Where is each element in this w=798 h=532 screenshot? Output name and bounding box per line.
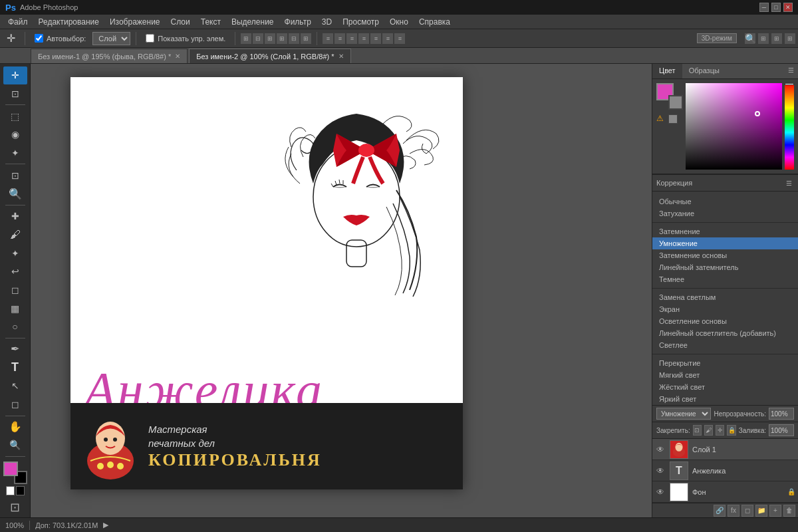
crop-tool[interactable]: ⊡ [3, 166, 27, 184]
blend-linear-burn[interactable]: Линейный затемнитель [652, 261, 798, 273]
panel-options-icon[interactable]: ⊞ [758, 33, 769, 44]
blend-normal[interactable]: Обычные [652, 196, 798, 207]
distribute-icon7[interactable]: ≡ [394, 33, 405, 44]
search-icon[interactable]: 🔍 [745, 33, 755, 44]
align-center-h-icon[interactable]: ⊟ [253, 33, 263, 44]
menu-filter[interactable]: Фильтр [279, 16, 317, 28]
menu-edit[interactable]: Редактирование [33, 16, 104, 28]
color-tab[interactable]: Цвет [652, 64, 682, 78]
delete-layer-button[interactable]: 🗑 [783, 505, 795, 517]
move-tool[interactable]: ✛ [3, 66, 27, 84]
menu-layers[interactable]: Слои [166, 16, 196, 28]
zoom-tool[interactable]: 🔍 [3, 436, 27, 454]
layer-item-2[interactable]: 👁 T Анжелика [652, 460, 798, 481]
tab-document-2[interactable]: Без имени-2 @ 100% (Слой 1, RGB/8#) * ✕ [189, 49, 350, 63]
fill-input[interactable] [769, 424, 794, 436]
eraser-tool[interactable]: ◻ [3, 281, 27, 299]
text-tool[interactable]: T [3, 358, 27, 376]
menu-window[interactable]: Окно [384, 16, 414, 28]
more-icon[interactable]: ⊞ [785, 33, 795, 44]
foreground-color-swatch[interactable] [3, 462, 18, 476]
show-elements-checkbox[interactable] [146, 34, 154, 43]
artboard-tool[interactable]: ⊡ [3, 85, 27, 103]
hand-tool[interactable]: ✋ [3, 418, 27, 436]
gradient-tool[interactable]: ▦ [3, 299, 27, 317]
tab2-close-button[interactable]: ✕ [338, 53, 344, 60]
blend-dissolve[interactable]: Затухание [652, 207, 798, 219]
add-layer-style-button[interactable]: fx [728, 505, 739, 517]
standard-mode-icon[interactable] [6, 486, 15, 495]
distribute-v-icon[interactable]: ≡ [334, 33, 345, 44]
layers-blend-select[interactable]: Умножение [656, 408, 711, 420]
blend-modes-list[interactable]: Обычные Затухание Затемнение Умножение З… [652, 192, 798, 405]
dodge-tool[interactable]: ○ [3, 318, 27, 336]
autoselector-select[interactable]: Слой [92, 32, 130, 45]
marquee-tool[interactable]: ⬚ [3, 107, 27, 125]
maximize-button[interactable]: □ [771, 3, 781, 12]
lock-all[interactable]: 🔒 [727, 425, 735, 436]
tab1-close-button[interactable]: ✕ [175, 53, 180, 60]
distribute-icon3[interactable]: ≡ [346, 33, 357, 44]
shape-tool[interactable]: ◻ [3, 396, 27, 414]
lasso-tool[interactable]: ◉ [3, 126, 27, 144]
align-bottom-icon[interactable]: ⊞ [301, 33, 311, 44]
background-color-box[interactable] [668, 95, 683, 110]
new-group-button[interactable]: 📁 [755, 505, 767, 517]
blend-linear-dodge[interactable]: Линейный осветлитель (добавить) [652, 327, 798, 339]
doc-arrow[interactable]: ▶ [103, 521, 108, 529]
blend-lighten[interactable]: Замена светлым [652, 291, 798, 303]
new-layer-button[interactable]: + [769, 505, 781, 517]
menu-image[interactable]: Изображение [104, 16, 166, 28]
blend-multiply[interactable]: Умножение [652, 237, 798, 249]
lock-transparent-pixels[interactable]: ⊡ [693, 425, 702, 436]
menu-select[interactable]: Выделение [226, 16, 279, 28]
arrange-icon[interactable]: ⊞ [771, 33, 782, 44]
align-middle-icon[interactable]: ⊟ [289, 33, 299, 44]
menu-help[interactable]: Справка [414, 16, 456, 28]
layer3-visibility-toggle[interactable]: 👁 [655, 487, 666, 497]
3d-mode-button[interactable]: 3D-режим [697, 33, 737, 43]
distribute-icon4[interactable]: ≡ [358, 33, 369, 44]
blend-hard-light[interactable]: Жёсткий свет [652, 381, 798, 393]
distribute-h-icon[interactable]: ≡ [323, 33, 333, 44]
layer2-visibility-toggle[interactable]: 👁 [655, 466, 666, 476]
layer-item-3[interactable]: 👁 Фон 🔒 [652, 481, 798, 503]
menu-text[interactable]: Текст [196, 16, 226, 28]
history-brush-tool[interactable]: ↩ [3, 263, 27, 281]
menu-file[interactable]: Файл [3, 16, 33, 28]
blend-soft-light[interactable]: Мягкий свет [652, 369, 798, 381]
lock-position[interactable]: ✛ [716, 425, 724, 436]
color-swatches[interactable] [3, 462, 27, 483]
hue-slider[interactable] [785, 83, 794, 170]
color-gradient-picker[interactable] [686, 83, 782, 170]
quick-mask-icon[interactable] [16, 486, 25, 495]
align-top-icon[interactable]: ⊞ [277, 33, 287, 44]
clone-stamp-tool[interactable]: ✦ [3, 244, 27, 262]
distribute-icon5[interactable]: ≡ [370, 33, 381, 44]
swatches-tab[interactable]: Образцы [682, 64, 726, 78]
layer-link-button[interactable]: 🔗 [714, 505, 726, 517]
eyedropper-tool[interactable]: 🔍 [3, 185, 27, 203]
blend-overlay[interactable]: Перекрытие [652, 357, 798, 369]
blend-vivid-light[interactable]: Яркий свет [652, 393, 798, 405]
magic-wand-tool[interactable]: ✦ [3, 144, 27, 162]
blend-lighter-color[interactable]: Светлее [652, 339, 798, 351]
color-panel-menu-icon[interactable]: ☰ [784, 64, 798, 78]
path-selection-tool[interactable]: ↖ [3, 377, 27, 395]
correction-panel-menu[interactable]: ☰ [783, 178, 794, 188]
opacity-input[interactable] [769, 408, 794, 420]
brush-tool[interactable]: 🖌 [3, 225, 27, 243]
blend-screen[interactable]: Экран [652, 303, 798, 315]
add-mask-button[interactable]: ◻ [741, 505, 753, 517]
layer-item-1[interactable]: 👁 Слой 1 [652, 439, 798, 460]
blend-color-burn[interactable]: Затемнение основы [652, 249, 798, 261]
blend-darken[interactable]: Затемнение [652, 225, 798, 237]
screen-mode-icon[interactable]: ⊡ [10, 500, 20, 515]
align-left-icon[interactable]: ⊞ [241, 33, 251, 44]
color-picker-icon[interactable] [668, 114, 678, 124]
menu-3d[interactable]: 3D [317, 16, 337, 28]
gamut-warning-icon[interactable]: ⚠ [656, 114, 667, 124]
healing-brush-tool[interactable]: ✚ [3, 207, 27, 225]
align-right-icon[interactable]: ⊞ [265, 33, 275, 44]
blend-color-dodge[interactable]: Осветление основы [652, 315, 798, 327]
